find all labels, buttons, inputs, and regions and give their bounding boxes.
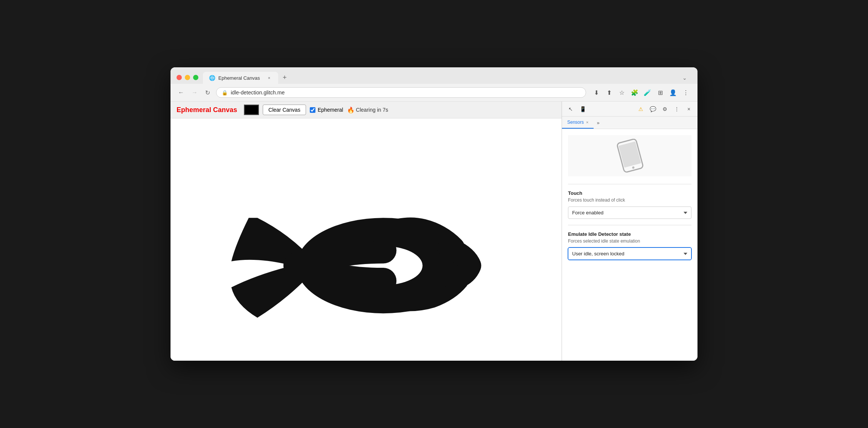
devtools-warning-icon[interactable]: ⚠ bbox=[635, 103, 646, 115]
title-bar: 🌐 Ephemeral Canvas × + ⌄ bbox=[171, 67, 697, 84]
devtools-cursor-icon[interactable]: ↖ bbox=[565, 103, 576, 115]
sensors-tab-label: Sensors bbox=[567, 120, 584, 125]
toolbar-icons: ⬇ ⬆ ☆ 🧩 🧪 ⊞ 👤 ⋮ bbox=[591, 87, 691, 98]
devtools-content: Touch Forces touch instead of click No o… bbox=[562, 129, 697, 361]
devtools-panel: ↖ 📱 ⚠ 💬 ⚙ ⋮ × Sensors × » bbox=[562, 102, 697, 361]
devtools-more-icon[interactable]: ⋮ bbox=[671, 103, 682, 115]
clearing-badge: 🔥 Clearing in 7s bbox=[347, 106, 388, 114]
lock-icon: 🔒 bbox=[222, 90, 228, 96]
close-button[interactable] bbox=[177, 75, 182, 80]
tab-favicon: 🌐 bbox=[209, 75, 215, 81]
svg-point-4 bbox=[632, 166, 635, 169]
touch-select[interactable]: No override Force enabled Force disabled bbox=[568, 206, 691, 219]
app-title: Ephemeral Canvas bbox=[177, 106, 237, 114]
share-icon[interactable]: ⬆ bbox=[603, 87, 615, 98]
sidebar-icon[interactable]: ⊞ bbox=[655, 87, 666, 98]
tabs-row: 🌐 Ephemeral Canvas × + ⌄ bbox=[203, 71, 691, 84]
idle-detector-section: Emulate Idle Detector state Forces selec… bbox=[568, 231, 691, 260]
devtools-top-toolbar: ↖ 📱 ⚠ 💬 ⚙ ⋮ × bbox=[562, 102, 697, 117]
devtools-settings-icon[interactable]: ⚙ bbox=[659, 103, 670, 115]
address-input[interactable]: 🔒 idle-detection.glitch.me bbox=[216, 87, 586, 98]
bookmark-icon[interactable]: ☆ bbox=[616, 87, 627, 98]
traffic-lights bbox=[177, 75, 198, 80]
new-tab-button[interactable]: + bbox=[278, 71, 291, 84]
back-button[interactable]: ← bbox=[177, 88, 186, 97]
idle-title: Emulate Idle Detector state bbox=[568, 231, 691, 237]
canvas-section: Ephemeral Canvas Clear Canvas Ephemeral … bbox=[171, 102, 562, 361]
color-swatch[interactable] bbox=[244, 105, 259, 115]
divider-1 bbox=[568, 184, 691, 184]
content-area: Ephemeral Canvas Clear Canvas Ephemeral … bbox=[171, 102, 697, 361]
sensors-tab[interactable]: Sensors × bbox=[562, 117, 594, 129]
devtools-close-icon[interactable]: × bbox=[683, 103, 694, 115]
drawing-svg bbox=[171, 118, 562, 361]
touch-title: Touch bbox=[568, 190, 691, 196]
forward-button[interactable]: → bbox=[190, 88, 199, 97]
canvas-toolbar: Ephemeral Canvas Clear Canvas Ephemeral … bbox=[171, 102, 562, 118]
devtools-responsive-icon[interactable]: 📱 bbox=[577, 103, 588, 115]
clearing-text: Clearing in 7s bbox=[356, 107, 388, 113]
address-bar: ← → ↻ 🔒 idle-detection.glitch.me ⬇ ⬆ ☆ 🧩… bbox=[171, 84, 697, 102]
divider-2 bbox=[568, 225, 691, 225]
tab-close-button[interactable]: × bbox=[266, 75, 272, 81]
labs-icon[interactable]: 🧪 bbox=[642, 87, 653, 98]
sensors-tab-close[interactable]: × bbox=[586, 120, 588, 124]
phone-preview bbox=[568, 135, 691, 176]
minimize-button[interactable] bbox=[185, 75, 190, 80]
menu-icon[interactable]: ⋮ bbox=[680, 87, 691, 98]
ephemeral-label: Ephemeral bbox=[318, 107, 343, 113]
download-icon[interactable]: ⬇ bbox=[591, 87, 602, 98]
ephemeral-checkbox[interactable] bbox=[310, 107, 315, 113]
browser-window: 🌐 Ephemeral Canvas × + ⌄ ← → ↻ 🔒 idle-de… bbox=[171, 67, 697, 361]
clear-canvas-button[interactable]: Clear Canvas bbox=[263, 105, 306, 115]
fire-icon: 🔥 bbox=[347, 106, 355, 114]
idle-subtitle: Forces selected idle state emulation bbox=[568, 238, 691, 244]
devtools-more-tabs[interactable]: » bbox=[594, 118, 602, 127]
touch-section: Touch Forces touch instead of click No o… bbox=[568, 190, 691, 219]
idle-select[interactable]: No idle emulation User active, screen un… bbox=[568, 247, 691, 260]
touch-subtitle: Forces touch instead of click bbox=[568, 197, 691, 203]
fish-drawing bbox=[231, 218, 471, 318]
refresh-button[interactable]: ↻ bbox=[204, 88, 212, 98]
traffic-lights-and-tabs: 🌐 Ephemeral Canvas × + ⌄ bbox=[177, 71, 691, 84]
extensions-icon[interactable]: 🧩 bbox=[629, 87, 640, 98]
address-url: idle-detection.glitch.me bbox=[231, 90, 580, 96]
tab-chevron[interactable]: ⌄ bbox=[678, 72, 691, 84]
canvas-drawing-area[interactable] bbox=[171, 118, 562, 361]
tab-title: Ephemeral Canvas bbox=[218, 75, 263, 81]
devtools-chat-icon[interactable]: 💬 bbox=[647, 103, 658, 115]
devtools-tabs-row: Sensors × » bbox=[562, 117, 697, 129]
ephemeral-checkbox-label[interactable]: Ephemeral bbox=[310, 107, 343, 113]
active-tab[interactable]: 🌐 Ephemeral Canvas × bbox=[203, 72, 278, 84]
phone-tilt-svg bbox=[607, 139, 652, 173]
maximize-button[interactable] bbox=[193, 75, 198, 80]
profile-icon[interactable]: 👤 bbox=[667, 87, 679, 98]
